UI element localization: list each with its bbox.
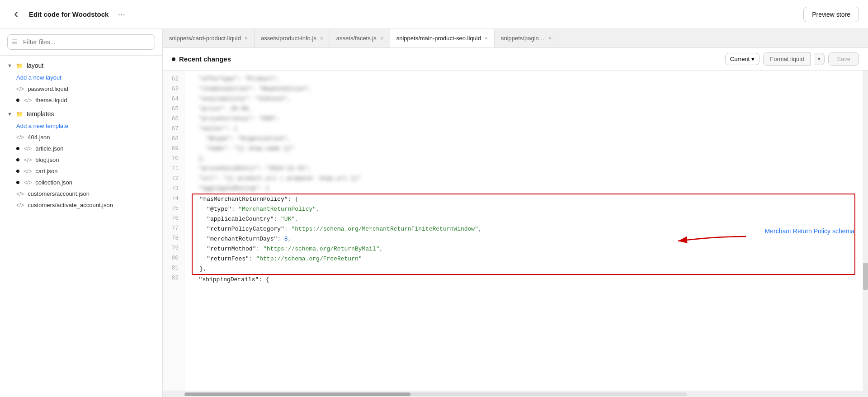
bottom-scrollbar[interactable] <box>163 391 868 397</box>
tab-label: assets/product-info.js <box>261 35 316 42</box>
back-button[interactable] <box>9 7 24 22</box>
sidebar-file-customers-account[interactable]: </> customers/account.json <box>0 188 162 199</box>
code-icon: </> <box>24 157 32 163</box>
sidebar-group-templates[interactable]: ▼ 📁 templates <box>0 108 162 120</box>
sidebar-section-templates: ▼ 📁 templates Add a new template </> 404… <box>0 108 162 211</box>
tab-paging[interactable]: snippets/pagin… × <box>495 29 558 48</box>
filter-input[interactable] <box>7 34 155 50</box>
file-name: theme.liquid <box>35 97 67 104</box>
file-name: blog.json <box>35 156 59 163</box>
code-icon: </> <box>16 202 24 208</box>
line-num: 73 <box>163 184 184 194</box>
sidebar-file-customers-activate[interactable]: </> customers/activate_account.json <box>0 199 162 211</box>
editor-area: snippets/card-product.liquid × assets/pr… <box>163 29 868 397</box>
code-content: "offerType": "Product", "itemCondition":… <box>184 71 863 391</box>
sidebar-file-password[interactable]: </> password.liquid <box>0 83 162 95</box>
chevron-down-icon: ▾ <box>751 56 755 62</box>
code-icon: </> <box>16 86 24 92</box>
code-line-82: "shippingDetails": { <box>192 275 855 285</box>
code-icon: </> <box>16 134 24 141</box>
active-dot <box>16 181 19 184</box>
file-name: cart.json <box>35 168 57 175</box>
tab-label: snippets/card-product.liquid <box>169 35 241 42</box>
active-dot <box>16 99 19 102</box>
code-line-64: "availability": "InStock", <box>192 94 855 104</box>
tabs-bar: snippets/card-product.liquid × assets/pr… <box>163 29 868 48</box>
chevron-down-icon: ▼ <box>7 63 12 68</box>
line-numbers: 62 63 64 65 66 67 68 69 70 71 72 73 74 7… <box>163 71 184 391</box>
annotation-area: Merchant Return Policy schema <box>765 227 854 235</box>
tab-main-product-seo[interactable]: snippets/main-product-seo.liquid × <box>390 29 495 48</box>
line-num: 78 <box>163 233 184 243</box>
add-layout-link[interactable]: Add a new layout <box>0 72 162 83</box>
close-icon[interactable]: × <box>548 36 552 41</box>
active-dot <box>16 147 19 150</box>
current-label: Current <box>730 56 750 62</box>
tab-facets[interactable]: assets/facets.js × <box>330 29 390 48</box>
line-num: 66 <box>163 114 184 124</box>
tab-label: snippets/main-product-seo.liquid <box>396 35 481 42</box>
format-dropdown-button[interactable]: ▾ <box>814 53 825 65</box>
line-num: 71 <box>163 164 184 174</box>
code-icon: </> <box>24 97 32 104</box>
tab-card-product[interactable]: snippets/card-product.liquid × <box>163 29 255 48</box>
code-icon: </> <box>24 168 32 175</box>
code-line-73: "aggregateRating": { <box>192 184 855 194</box>
line-num: 64 <box>163 94 184 104</box>
sidebar-file-blog[interactable]: </> blog.json <box>0 154 162 165</box>
file-name: customers/account.json <box>28 190 90 197</box>
sidebar-file-theme[interactable]: </> theme.liquid <box>0 95 162 106</box>
folder-icon: 📁 <box>16 111 23 118</box>
recent-changes-label: Recent changes <box>179 55 231 63</box>
line-num: 62 <box>163 74 184 84</box>
code-line-69: "name": "{{ shop.name }}" <box>192 144 855 154</box>
format-liquid-button[interactable]: Format liquid <box>763 52 811 66</box>
code-scroll[interactable]: 62 63 64 65 66 67 68 69 70 71 72 73 74 7… <box>163 71 868 391</box>
code-line-77: "returnPolicyCategory": "https://schema.… <box>193 224 854 234</box>
preview-store-button[interactable]: Preview store <box>803 7 859 22</box>
main-layout: ☰ ▼ 📁 layout Add a new layout </> passwo… <box>0 29 868 397</box>
close-icon[interactable]: × <box>485 36 488 41</box>
code-editor: 62 63 64 65 66 67 68 69 70 71 72 73 74 7… <box>163 71 868 397</box>
code-icon: </> <box>16 191 24 197</box>
editor-scrollbar[interactable] <box>863 71 868 391</box>
line-num: 63 <box>163 84 184 94</box>
editor-header: Recent changes Current ▾ Format liquid ▾… <box>163 48 868 71</box>
file-name: customers/activate_account.json <box>28 202 113 208</box>
tab-label: snippets/pagin… <box>501 35 545 42</box>
dot-indicator <box>172 57 175 61</box>
sidebar-file-cart[interactable]: </> cart.json <box>0 165 162 177</box>
layout-label: layout <box>27 62 43 69</box>
file-name: password.liquid <box>28 85 68 92</box>
sidebar-section-layout: ▼ 📁 layout Add a new layout </> password… <box>0 59 162 106</box>
code-line-71: "priceValidUntil": "2024-12-31", <box>192 164 855 174</box>
sidebar-file-404[interactable]: </> 404.json <box>0 132 162 143</box>
folder-icon: 📁 <box>16 62 23 69</box>
close-icon[interactable]: × <box>320 36 323 41</box>
more-button[interactable]: ··· <box>114 7 129 21</box>
tab-product-info[interactable]: assets/product-info.js × <box>255 29 330 48</box>
line-num: 79 <box>163 243 184 253</box>
code-line-72: "url": "{{ product.url | prepend: shop.u… <box>192 174 855 184</box>
line-num: 68 <box>163 134 184 144</box>
add-template-link[interactable]: Add a new template <box>0 120 162 132</box>
save-button[interactable]: Save <box>828 52 859 66</box>
annotation-label: Merchant Return Policy schema <box>765 227 854 235</box>
code-line-75: "@type": "MerchantReturnPolicy", <box>193 204 854 214</box>
sidebar-file-collection[interactable]: </> collection.json <box>0 177 162 188</box>
code-line-74: "hasMerchantReturnPolicy": { <box>193 194 854 204</box>
templates-label: templates <box>27 110 54 118</box>
scrollbar-thumb <box>184 392 410 396</box>
line-num: 74 <box>163 194 184 203</box>
line-num: 81 <box>163 263 184 273</box>
current-dropdown[interactable]: Current ▾ <box>725 53 760 65</box>
close-icon[interactable]: × <box>380 36 383 41</box>
close-icon[interactable]: × <box>245 36 248 41</box>
active-dot <box>16 158 19 161</box>
code-line-68: "@type": "Organization", <box>192 134 855 144</box>
sidebar-file-article[interactable]: </> article.json <box>0 143 162 154</box>
recent-changes-section: Recent changes <box>172 55 231 63</box>
sidebar-group-layout[interactable]: ▼ 📁 layout <box>0 59 162 72</box>
code-line-67: "seller": { <box>192 124 855 134</box>
code-line-81: }, <box>193 264 854 274</box>
